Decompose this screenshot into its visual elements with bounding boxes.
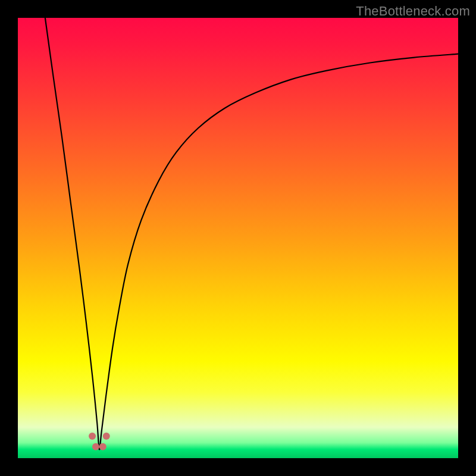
bottleneck-curve (45, 18, 458, 449)
curve-layer (18, 18, 458, 458)
chart-frame: TheBottleneck.com (0, 0, 476, 476)
cusp-dot (92, 443, 99, 450)
plot-area (18, 18, 458, 458)
cusp-dot (103, 433, 110, 440)
cusp-dot (99, 443, 107, 450)
cusp-dot (89, 433, 96, 440)
watermark-text: TheBottleneck.com (356, 4, 470, 19)
